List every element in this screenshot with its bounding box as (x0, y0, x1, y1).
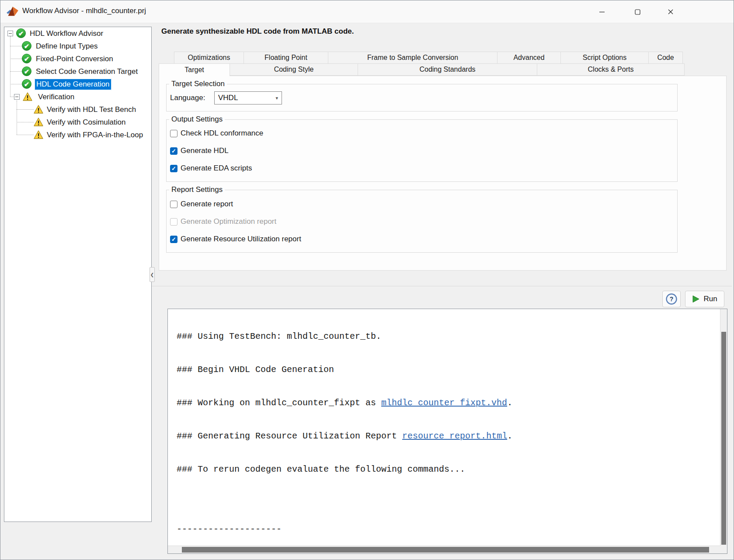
tree-item-label: Define Input Types (36, 42, 97, 51)
console-text-segment: . (507, 431, 512, 441)
generate-hdl-checkbox[interactable]: ✓ (170, 147, 177, 155)
console-blank-line (177, 496, 633, 503)
tree-item-label: Select Code Generation Target (36, 67, 138, 76)
output-settings-group: Output Settings Check HDL conformance ✓ … (166, 119, 678, 182)
tab-coding-standards[interactable]: Coding Standards (358, 63, 537, 76)
language-select[interactable]: VHDL ▾ (214, 91, 282, 104)
chevron-down-icon: ▾ (275, 95, 278, 101)
generate-eda-scripts-checkbox[interactable]: ✓ (170, 165, 177, 172)
checkbox-label[interactable]: Generate Resource Utilization report (181, 235, 301, 243)
console-text-segment: ### Working on mlhdlc_counter_fixpt as (177, 398, 381, 408)
console-output: ### Using TestBench: mlhdlc_counter_tb. … (168, 310, 633, 554)
console-text-segment: . (507, 398, 512, 408)
generate-resource-utilization-report-checkbox[interactable]: ✓ (170, 236, 177, 243)
task-description: Generate synthesizable HDL code from MAT… (161, 27, 354, 36)
scrollbar-corner (720, 546, 727, 553)
checkbox-label: Generate Optimization report (181, 217, 276, 226)
tree-item-verify-with-cosimulation[interactable]: Verify with Cosimulation (4, 116, 151, 129)
report-settings-group: Report Settings Generate report Generate… (166, 190, 678, 253)
toolbar-divider (152, 286, 732, 286)
console-text-segment: ### Using TestBench: mlhdlc_counter_tb. (177, 331, 381, 341)
tree-item-label: Verify with HDL Test Bench (47, 105, 136, 114)
tree-item-label: Verification (38, 93, 74, 101)
console-link[interactable]: resource_report.html (402, 431, 507, 441)
console-line: -------------------- (177, 523, 633, 536)
collapse-toggle-icon[interactable] (7, 31, 13, 36)
help-button[interactable]: ? (662, 291, 681, 307)
tab-advanced[interactable]: Advanced (497, 52, 561, 64)
minimize-button[interactable] (595, 5, 609, 19)
checkbox-label[interactable]: Generate report (181, 200, 233, 209)
generate-eda-scripts-row[interactable]: ✓ Generate EDA scripts (170, 163, 252, 174)
vertical-scrollbar-thumb[interactable] (721, 332, 726, 545)
maximize-button[interactable] (630, 5, 645, 19)
vertical-scrollbar[interactable] (720, 309, 727, 546)
run-button[interactable]: Run (685, 291, 724, 307)
horizontal-scrollbar[interactable] (168, 546, 720, 553)
tree-item-label: Verify with FPGA-in-the-Loop (47, 131, 143, 139)
horizontal-scrollbar-thumb[interactable] (182, 547, 709, 553)
output-settings-legend: Output Settings (169, 115, 225, 124)
generate-hdl-row[interactable]: ✓ Generate HDL (170, 146, 229, 156)
tree-item-verification[interactable]: Verification (4, 90, 151, 103)
tree-item-label: HDL Workflow Advisor (30, 29, 103, 38)
target-selection-legend: Target Selection (169, 80, 227, 88)
tab-coding-style[interactable]: Coding Style (230, 63, 358, 76)
tab-clocks-and-ports[interactable]: Clocks & Ports (537, 63, 685, 76)
tab-floating-point[interactable]: Floating Point (244, 52, 328, 64)
generate-report-checkbox[interactable] (170, 201, 177, 208)
tree-item-hdl-code-generation[interactable]: ✔ HDL Code Generation (4, 78, 151, 90)
tree-item-verify-with-hdl-test-bench[interactable]: Verify with HDL Test Bench (4, 103, 151, 116)
generate-report-row[interactable]: Generate report (170, 199, 233, 209)
tree-item-hdl-workflow-advisor[interactable]: ✔ HDL Workflow Advisor (4, 27, 151, 40)
tab-code[interactable]: Code (648, 52, 683, 64)
check-hdl-conformance-row[interactable]: Check HDL conformance (170, 128, 263, 139)
collapse-toggle-icon[interactable] (14, 94, 20, 100)
console-line: ### Working on mlhdlc_counter_fixpt as m… (177, 397, 633, 410)
generate-optimization-report-row: Generate Optimization report (170, 216, 276, 227)
passed-icon: ✔ (16, 28, 26, 38)
workflow-tree: ✔ HDL Workflow Advisor ✔ Define Input Ty… (4, 27, 152, 522)
window-title: Workflow Advisor - mlhdlc_counter.prj (22, 7, 146, 15)
console-line: ### Generating Resource Utilization Repo… (177, 430, 633, 443)
generate-resource-utilization-report-row[interactable]: ✓ Generate Resource Utilization report (170, 234, 301, 244)
close-button[interactable] (663, 5, 678, 19)
tab-target[interactable]: Target (159, 63, 230, 76)
console-text-segment: ### To rerun codegen evaluate the follow… (177, 464, 465, 474)
passed-icon: ✔ (22, 54, 31, 63)
checkbox-label[interactable]: Generate HDL (181, 146, 229, 155)
tree-item-select-code-generation-target[interactable]: ✔ Select Code Generation Target (4, 65, 151, 78)
tab-script-options[interactable]: Script Options (560, 52, 649, 64)
generate-optimization-report-checkbox (170, 218, 177, 226)
language-value: VHDL (218, 94, 238, 102)
tree-item-label: HDL Code Generation (35, 79, 111, 90)
report-settings-legend: Report Settings (169, 185, 225, 194)
console-text-segment: ### Begin VHDL Code Generation (177, 365, 334, 375)
tab-optimizations[interactable]: Optimizations (174, 52, 244, 64)
tree-item-label: Verify with Cosimulation (47, 118, 125, 127)
check-hdl-conformance-checkbox[interactable] (170, 130, 177, 137)
warning-icon (34, 130, 43, 139)
tree-item-fixed-point-conversion[interactable]: ✔ Fixed-Point Conversion (4, 52, 151, 65)
console-link[interactable]: mlhdlc_counter_fixpt.vhd (381, 398, 507, 408)
warning-icon (34, 105, 43, 114)
warning-icon (34, 118, 43, 126)
target-tab-panel: Target Selection Language: VHDL ▾ Output… (159, 76, 727, 271)
run-label: Run (703, 295, 717, 303)
console-line: ### Begin VHDL Code Generation (177, 363, 633, 376)
checkbox-label[interactable]: Generate EDA scripts (181, 164, 252, 173)
warning-icon (23, 92, 32, 101)
checkbox-label[interactable]: Check HDL conformance (181, 129, 263, 138)
splitter-collapse-button[interactable]: ❮ (150, 267, 155, 282)
console-text-segment: ### Generating Resource Utilization Repo… (177, 431, 402, 441)
tree-item-verify-with-fpga-in-the-loop[interactable]: Verify with FPGA-in-the-Loop (4, 129, 151, 141)
svg-text:?: ? (670, 296, 674, 303)
language-label: Language: (170, 94, 205, 102)
target-selection-group: Target Selection Language: VHDL ▾ (166, 84, 678, 111)
titlebar: Workflow Advisor - mlhdlc_counter.prj (0, 0, 734, 23)
console-line: ### Using TestBench: mlhdlc_counter_tb. (177, 330, 633, 343)
console-panel: ### Using TestBench: mlhdlc_counter_tb. … (167, 309, 727, 554)
tree-item-define-input-types[interactable]: ✔ Define Input Types (4, 40, 151, 52)
tab-frame-to-sample-conversion[interactable]: Frame to Sample Conversion (328, 52, 497, 64)
passed-icon: ✔ (22, 66, 31, 76)
